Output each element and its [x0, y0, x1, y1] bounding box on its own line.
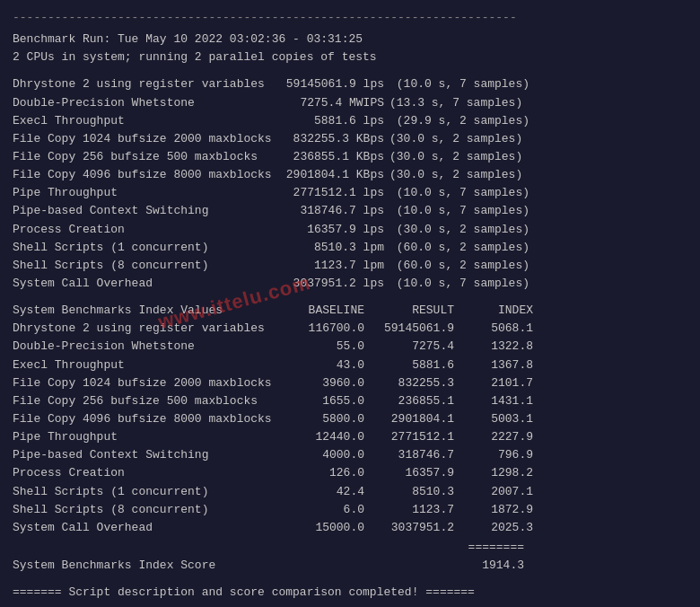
benchmark-row: System Call Overhead 3037951.2 lps (10.0… — [13, 275, 687, 293]
index-row-index: 5003.1 — [461, 410, 533, 428]
bench-extra: (29.9 s, 2 samples) — [389, 112, 551, 130]
index-table-row: Process Creation 126.016357.91298.2 — [13, 464, 687, 482]
bench-label: Pipe Throughput — [13, 184, 282, 202]
index-row-baseline: 43.0 — [282, 356, 372, 374]
bench-value: 59145061.9 lps — [282, 75, 389, 93]
header-line1: Benchmark Run: Tue May 10 2022 03:02:36 … — [13, 31, 687, 48]
bench-value: 3037951.2 lps — [282, 275, 389, 293]
index-row-index: 2025.3 — [461, 519, 533, 537]
bench-value: 2771512.1 lps — [282, 184, 389, 202]
index-table-row: Shell Scripts (1 concurrent) 42.48510.32… — [13, 483, 687, 501]
equals-row: ======== — [13, 539, 687, 557]
benchmark-row: Execl Throughput 5881.6 lps (29.9 s, 2 s… — [13, 112, 687, 130]
index-row-result: 318746.7 — [372, 446, 461, 464]
index-row-index: 1367.8 — [461, 356, 533, 374]
bench-value: 832255.3 KBps — [282, 130, 389, 148]
bench-value: 16357.9 lps — [282, 221, 389, 239]
bench-label: Pipe-based Context Switching — [13, 202, 282, 220]
benchmark-row: Dhrystone 2 using register variables5914… — [13, 75, 687, 93]
index-row-baseline: 42.4 — [282, 483, 372, 501]
index-row-baseline: 1655.0 — [282, 392, 372, 410]
index-table-row: Pipe Throughput 12440.02771512.12227.9 — [13, 428, 687, 446]
bench-extra: (60.0 s, 2 samples) — [389, 257, 551, 275]
index-row-label: Shell Scripts (1 concurrent) — [13, 483, 282, 501]
index-table-row: Pipe-based Context Switching 4000.031874… — [13, 446, 687, 464]
index-table: System Benchmarks Index ValuesBASELINERE… — [13, 302, 687, 537]
index-row-baseline: 3960.0 — [282, 374, 372, 392]
score-row: System Benchmarks Index Score1914.3 — [13, 557, 687, 575]
bench-label: System Call Overhead — [13, 275, 282, 293]
index-table-row: File Copy 256 bufsize 500 maxblocks 1655… — [13, 392, 687, 410]
bench-extra: (10.0 s, 7 samples) — [389, 202, 551, 220]
index-row-index: 5068.1 — [461, 320, 533, 338]
index-row-result: 59145061.9 — [372, 320, 461, 338]
benchmark-results: Dhrystone 2 using register variables5914… — [13, 75, 687, 293]
bench-extra: (60.0 s, 2 samples) — [389, 239, 551, 257]
index-row-index: 1322.8 — [461, 338, 533, 356]
bench-label: Dhrystone 2 using register variables — [13, 75, 282, 93]
benchmark-row: File Copy 256 bufsize 500 maxblocks 2368… — [13, 148, 687, 166]
index-row-result: 7275.4 — [372, 338, 461, 356]
bench-extra: (10.0 s, 7 samples) — [389, 75, 551, 93]
bench-extra: (30.0 s, 2 samples) — [389, 148, 551, 166]
benchmark-row: Pipe-based Context Switching 318746.7 lp… — [13, 202, 687, 220]
index-row-label: System Call Overhead — [13, 519, 282, 537]
index-header-index: INDEX — [461, 302, 533, 320]
index-row-label: Dhrystone 2 using register variables — [13, 320, 282, 338]
index-row-label: Pipe Throughput — [13, 428, 282, 446]
bench-label: File Copy 4096 bufsize 8000 maxblocks — [13, 166, 282, 184]
bench-value: 236855.1 KBps — [282, 148, 389, 166]
score-value: 1914.3 — [452, 557, 524, 575]
index-table-row: File Copy 1024 bufsize 2000 maxblocks396… — [13, 374, 687, 392]
bench-label: Double-Precision Whetstone — [13, 94, 282, 112]
index-row-baseline: 55.0 — [282, 338, 372, 356]
bench-extra: (30.0 s, 2 samples) — [389, 130, 551, 148]
header-line2: 2 CPUs in system; running 2 parallel cop… — [13, 48, 687, 66]
bench-label: File Copy 1024 bufsize 2000 maxblocks — [13, 130, 282, 148]
bench-value: 7275.4 MWIPS — [282, 94, 389, 112]
index-row-result: 1123.7 — [372, 501, 461, 519]
index-row-baseline: 6.0 — [282, 501, 372, 519]
benchmark-row: Shell Scripts (1 concurrent) 8510.3 lpm … — [13, 239, 687, 257]
bench-label: Execl Throughput — [13, 112, 282, 130]
index-row-baseline: 4000.0 — [282, 446, 372, 464]
equals-line: ======== — [452, 539, 524, 557]
index-row-result: 8510.3 — [372, 483, 461, 501]
index-row-index: 1431.1 — [461, 392, 533, 410]
bench-label: Shell Scripts (1 concurrent) — [13, 239, 282, 257]
bench-value: 1123.7 lpm — [282, 257, 389, 275]
index-table-header: System Benchmarks Index ValuesBASELINERE… — [13, 302, 687, 320]
index-row-index: 796.9 — [461, 446, 533, 464]
index-row-baseline: 126.0 — [282, 464, 372, 482]
index-row-label: File Copy 1024 bufsize 2000 maxblocks — [13, 374, 282, 392]
benchmark-row: Pipe Throughput 2771512.1 lps (10.0 s, 7… — [13, 184, 687, 202]
index-row-baseline: 15000.0 — [282, 519, 372, 537]
index-row-label: Process Creation — [13, 464, 282, 482]
score-section: ========System Benchmarks Index Score191… — [13, 539, 687, 575]
bench-value: 8510.3 lpm — [282, 239, 389, 257]
index-table-row: File Copy 4096 bufsize 8000 maxblocks580… — [13, 410, 687, 428]
bench-label: Process Creation — [13, 221, 282, 239]
bench-extra: (13.3 s, 7 samples) — [389, 94, 551, 112]
separator-top: ----------------------------------------… — [13, 9, 687, 27]
index-row-index: 2101.7 — [461, 374, 533, 392]
index-row-label: File Copy 256 bufsize 500 maxblocks — [13, 392, 282, 410]
footer-line: ======= Script description and score com… — [13, 584, 687, 602]
index-header-baseline: BASELINE — [282, 302, 372, 320]
bench-value: 318746.7 lps — [282, 202, 389, 220]
index-row-label: File Copy 4096 bufsize 8000 maxblocks — [13, 410, 282, 428]
index-header-label: System Benchmarks Index Values — [13, 302, 282, 320]
index-row-result: 2771512.1 — [372, 428, 461, 446]
index-row-index: 1872.9 — [461, 501, 533, 519]
bench-value: 2901804.1 KBps — [282, 166, 389, 184]
index-row-result: 3037951.2 — [372, 519, 461, 537]
terminal-window: ----------------------------------------… — [13, 9, 687, 602]
index-row-baseline: 116700.0 — [282, 320, 372, 338]
index-row-result: 16357.9 — [372, 464, 461, 482]
index-row-index: 2007.1 — [461, 483, 533, 501]
index-row-result: 5881.6 — [372, 356, 461, 374]
index-table-row: Double-Precision Whetstone 55.07275.4132… — [13, 338, 687, 356]
index-table-row: Shell Scripts (8 concurrent) 6.01123.718… — [13, 501, 687, 519]
benchmark-row: File Copy 1024 bufsize 2000 maxblocks 83… — [13, 130, 687, 148]
benchmark-row: Process Creation 16357.9 lps (30.0 s, 2 … — [13, 221, 687, 239]
